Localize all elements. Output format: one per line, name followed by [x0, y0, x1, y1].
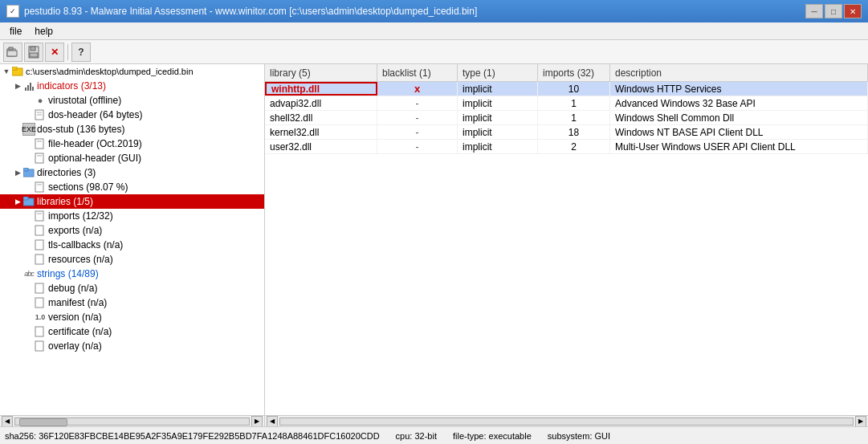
file-header-label: file-header (Oct.2019) — [48, 138, 142, 149]
tree-item-exports[interactable]: ▶ exports (n/a) — [0, 223, 264, 238]
tree-item-file-header[interactable]: ▶ file-header (Oct.2019) — [0, 136, 264, 151]
right-scroll-right[interactable]: ▶ — [855, 416, 866, 427]
cell-imports-3: 18 — [538, 125, 610, 139]
tree-item-tls-callbacks[interactable]: ▶ tls-callbacks (n/a) — [0, 238, 264, 252]
svg-rect-1 — [9, 47, 13, 50]
tree-item-directories[interactable]: ▶ directories (3) — [0, 165, 264, 180]
right-scroll-left[interactable]: ◀ — [267, 416, 278, 427]
cell-library-0: winhttp.dll — [265, 82, 377, 96]
cell-imports-4: 2 — [538, 140, 610, 153]
svg-rect-29 — [35, 341, 43, 351]
toolbar-save[interactable] — [24, 43, 43, 62]
left-scroll-right[interactable]: ▶ — [251, 416, 263, 427]
directories-icon — [22, 166, 35, 179]
col-header-blacklist[interactable]: blacklist (1) — [377, 64, 458, 81]
tree-item-sections[interactable]: ▶ sections (98.07 %) — [0, 180, 264, 194]
toolbar-help[interactable]: ? — [71, 43, 91, 62]
menu-bar: file help — [0, 22, 868, 40]
debug-label: debug (n/a) — [48, 283, 97, 294]
title-bar: ✓ pestudio 8.93 - Malware Initial Assess… — [0, 0, 868, 22]
svg-rect-17 — [35, 182, 43, 192]
col-header-library[interactable]: library (5) — [265, 64, 377, 81]
imports-label: imports (12/32) — [48, 210, 113, 222]
table-body: winhttp.dll x implicit 10 Windows HTTP S… — [265, 82, 868, 415]
cell-blacklist-3: - — [377, 125, 458, 139]
root-arrow: ▼ — [2, 67, 11, 76]
tree-item-resources[interactable]: ▶ resources (n/a) — [0, 252, 264, 267]
sections-icon — [34, 181, 47, 193]
cell-type-3: implicit — [458, 125, 538, 139]
svg-rect-28 — [35, 327, 43, 336]
status-subsystem: subsystem: GUI — [548, 431, 610, 441]
menu-file[interactable]: file — [3, 24, 28, 39]
table-row[interactable]: kernel32.dll - implicit 18 Windows NT BA… — [265, 125, 868, 140]
maximize-button[interactable]: □ — [825, 4, 842, 18]
menu-help[interactable]: help — [28, 24, 59, 39]
sections-label: sections (98.07 %) — [48, 181, 128, 193]
directories-arrow: ▶ — [13, 168, 22, 177]
svg-rect-2 — [7, 51, 17, 56]
table-row[interactable]: user32.dll - implicit 2 Multi-User Windo… — [265, 140, 868, 154]
manifest-icon — [34, 296, 47, 309]
tree-item-imports[interactable]: ▶ imports (12/32) — [0, 209, 264, 223]
tree-item-version[interactable]: ▶ 1.0 version (n/a) — [0, 310, 264, 324]
cell-type-4: implicit — [458, 140, 538, 153]
cell-type-2: implicit — [458, 111, 538, 124]
tree-item-optional-header[interactable]: ▶ optional-header (GUI) — [0, 151, 264, 165]
imports-icon — [34, 210, 47, 222]
tree-panel: ▼ c:\users\admin\desktop\dumped_icedid.b… — [0, 64, 265, 415]
indicators-icon — [22, 79, 35, 92]
tree-item-debug[interactable]: ▶ debug (n/a) — [0, 281, 264, 295]
strings-label: strings (14/89) — [37, 268, 99, 279]
overlay-icon — [34, 340, 47, 352]
libraries-icon — [22, 195, 35, 208]
left-scroll-left[interactable]: ◀ — [2, 416, 13, 427]
tree-item-dos-stub[interactable]: ▶ EXE dos-stub (136 bytes) — [0, 122, 264, 136]
tree-item-virustotal[interactable]: ▶ ● virustotal (offline) — [0, 93, 264, 108]
toolbar-close[interactable]: ✕ — [45, 43, 64, 62]
indicators-arrow: ▶ — [13, 81, 22, 91]
close-button[interactable]: ✕ — [844, 4, 862, 18]
cell-imports-2: 1 — [538, 111, 610, 124]
version-label: version (n/a) — [48, 312, 102, 323]
svg-rect-23 — [35, 226, 43, 235]
tree-item-manifest[interactable]: ▶ manifest (n/a) — [0, 295, 264, 310]
minimize-button[interactable]: ─ — [805, 4, 823, 18]
status-cpu: cpu: 32-bit — [396, 431, 437, 441]
status-file-type: file-type: executable — [453, 431, 532, 441]
toolbar-open[interactable] — [3, 43, 22, 62]
svg-rect-27 — [35, 298, 43, 308]
libraries-label: libraries (1/5) — [37, 196, 93, 207]
exports-label: exports (n/a) — [48, 225, 102, 236]
table-row[interactable]: shell32.dll - implicit 1 Windows Shell C… — [265, 111, 868, 125]
tree-item-libraries[interactable]: ▶ libraries (1/5) — [0, 194, 264, 209]
optional-header-icon — [34, 152, 47, 165]
tree-item-dos-header[interactable]: ▶ dos-header (64 bytes) — [0, 108, 264, 122]
tree-item-certificate[interactable]: ▶ certificate (n/a) — [0, 324, 264, 339]
status-sha256: sha256: 36F120E83FBCBE14BE95A2F35A9E179F… — [5, 431, 380, 441]
svg-rect-20 — [23, 197, 28, 200]
cell-imports-0: 10 — [538, 82, 610, 96]
svg-rect-7 — [12, 67, 17, 70]
table-row[interactable]: advapi32.dll - implicit 1 Advanced Windo… — [265, 96, 868, 111]
cell-blacklist-0: x — [377, 82, 458, 96]
cell-type-1: implicit — [458, 96, 538, 110]
col-header-description[interactable]: description — [610, 64, 868, 81]
svg-rect-5 — [30, 53, 38, 57]
col-header-type[interactable]: type (1) — [458, 64, 538, 81]
manifest-label: manifest (n/a) — [48, 297, 107, 308]
col-header-imports[interactable]: imports (32) — [538, 64, 610, 81]
window-title: pestudio 8.93 - Malware Initial Assessme… — [24, 6, 477, 17]
tree-item-strings[interactable]: ▶ abc strings (14/89) — [0, 267, 264, 281]
tree-root[interactable]: ▼ c:\users\admin\desktop\dumped_icedid.b… — [0, 64, 264, 79]
tree-item-indicators[interactable]: ▶ indicators (3/13) — [0, 79, 264, 93]
tree-item-overlay[interactable]: ▶ overlay (n/a) — [0, 339, 264, 353]
indicators-label: indicators (3/13) — [37, 80, 106, 92]
exports-icon — [34, 224, 47, 237]
svg-rect-16 — [23, 168, 28, 171]
table-row[interactable]: winhttp.dll x implicit 10 Windows HTTP S… — [265, 82, 868, 96]
dos-header-label: dos-header (64 bytes) — [48, 109, 142, 120]
virustotal-label: virustotal (offline) — [48, 95, 121, 106]
cert-label: certificate (n/a) — [48, 326, 112, 337]
dos-header-icon — [34, 108, 47, 121]
